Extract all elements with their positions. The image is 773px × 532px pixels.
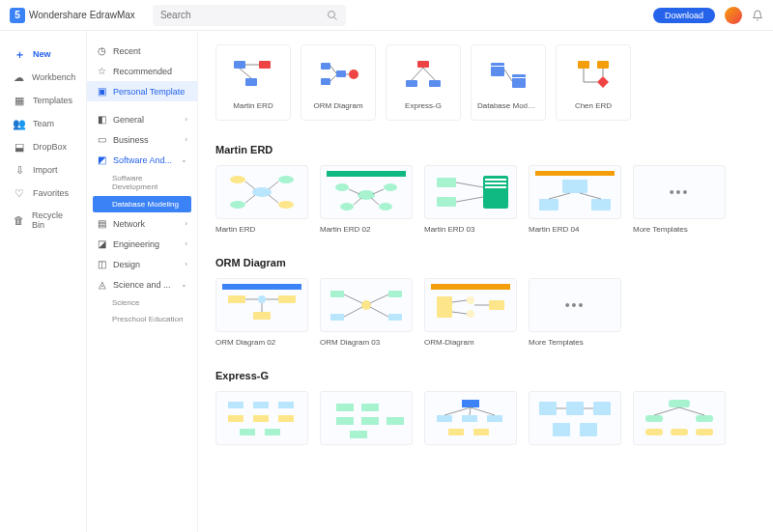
cat-card-orm[interactable]: ORM Diagram [301, 44, 376, 121]
avatar[interactable] [725, 7, 742, 24]
nav-sub-database-modeling[interactable]: Database Modeling [93, 196, 191, 212]
svg-rect-53 [437, 178, 456, 187]
nav-sub-science[interactable]: Science [87, 294, 197, 311]
nav-engineering[interactable]: ◪ Engineering › [87, 234, 197, 254]
nav-science[interactable]: ◬ Science and ... ⌄ [87, 274, 197, 294]
template-card-more[interactable]: ••• More Templates [633, 165, 726, 234]
template-card[interactable] [633, 391, 726, 451]
template-label: Martin ERD 02 [320, 225, 413, 234]
sidebar-item-import[interactable]: ⇩ Import [0, 158, 86, 182]
svg-rect-81 [437, 296, 452, 318]
svg-rect-91 [228, 415, 243, 422]
template-row-orm: ORM Diagram 02 ORM Diagram 03 ORM-Diagra… [215, 278, 756, 347]
svg-rect-64 [228, 295, 245, 303]
svg-rect-25 [597, 61, 609, 69]
svg-rect-120 [696, 415, 713, 422]
svg-rect-93 [278, 415, 294, 422]
download-button[interactable]: Download [653, 8, 715, 23]
template-thumb [215, 165, 308, 219]
template-card-more[interactable]: ••• More Templates [529, 278, 621, 347]
svg-rect-22 [512, 77, 526, 78]
svg-rect-74 [330, 314, 344, 321]
svg-rect-24 [578, 61, 589, 69]
template-card[interactable]: Martin ERD 04 [529, 165, 621, 234]
sidebar-item-team[interactable]: 👥 Team [0, 112, 86, 135]
svg-line-37 [245, 195, 255, 203]
svg-rect-95 [265, 429, 280, 435]
template-card[interactable] [215, 391, 308, 451]
nav-sub-software-dev[interactable]: Software Development [87, 170, 197, 195]
nav-general[interactable]: ◧ General › [87, 109, 197, 129]
svg-rect-122 [671, 429, 688, 435]
template-card[interactable]: ORM Diagram 03 [320, 278, 413, 347]
sidebar-item-new[interactable]: ＋ New [0, 42, 86, 66]
nav-label: Network [113, 219, 145, 229]
cat-card-express-g[interactable]: Express-G [386, 44, 461, 121]
svg-line-85 [452, 300, 467, 302]
svg-rect-105 [487, 415, 502, 422]
svg-rect-9 [336, 70, 346, 77]
category-cards-row: Martin ERD ORM Diagram Express-G Databas… [215, 44, 756, 121]
search-box[interactable] [153, 5, 346, 26]
svg-rect-104 [462, 415, 477, 422]
nav-business[interactable]: ▭ Business › [87, 129, 197, 150]
nav-personal-template[interactable]: ▣ Personal Template [87, 81, 197, 101]
template-card[interactable]: Martin ERD [215, 165, 308, 234]
sidebar-item-templates[interactable]: ▦ Templates [0, 89, 86, 112]
svg-rect-52 [485, 186, 506, 188]
template-thumb [424, 278, 517, 332]
nav-sub-preschool[interactable]: Preschool Education [87, 311, 197, 327]
svg-line-17 [412, 68, 423, 80]
template-card[interactable]: ORM-Diagram [424, 278, 517, 347]
cat-card-chen-erd[interactable]: Chen ERD [556, 44, 631, 121]
science-icon: ◬ [97, 279, 107, 290]
cat-card-dbmodel[interactable]: Database Model Di... [471, 44, 546, 121]
template-thumb [215, 391, 308, 445]
logo-icon: 5 [10, 8, 25, 23]
svg-line-35 [245, 182, 255, 189]
svg-rect-100 [386, 417, 404, 425]
template-card[interactable] [424, 391, 517, 451]
nav-design[interactable]: ◫ Design › [87, 254, 197, 274]
template-thumb [633, 391, 726, 445]
app-logo[interactable]: 5 Wondershare EdrawMax [10, 8, 135, 23]
sidebar-item-recycle-bin[interactable]: 🗑 Recycle Bin [0, 205, 86, 236]
svg-rect-113 [593, 402, 611, 415]
search-icon[interactable] [327, 10, 338, 21]
nav-software[interactable]: ◩ Software And... ⌄ [87, 150, 197, 170]
template-card[interactable]: Martin ERD 02 [320, 165, 413, 234]
section-title-martin-erd: Martin ERD [215, 144, 756, 155]
design-icon: ◫ [97, 259, 107, 269]
svg-line-56 [456, 197, 483, 202]
sidebar-item-favorites[interactable]: ♡ Favorites [0, 182, 86, 205]
svg-rect-97 [361, 404, 379, 411]
nav-network[interactable]: ▤ Network › [87, 213, 197, 234]
search-input[interactable] [160, 10, 327, 20]
folder-icon: ▣ [97, 86, 107, 97]
nav-recent[interactable]: ◷ Recent [87, 41, 197, 61]
svg-rect-49 [483, 176, 508, 209]
svg-point-32 [278, 176, 294, 183]
sidebar-item-label: Favorites [33, 188, 69, 198]
nav-label: Engineering [113, 239, 159, 249]
cat-label: Database Model Di... [477, 101, 539, 110]
template-card[interactable]: ORM Diagram 02 [215, 278, 308, 347]
sidebar-item-workbench[interactable]: ☁ Workbench [0, 66, 86, 89]
template-card[interactable]: Martin ERD 03 [424, 165, 517, 234]
template-card[interactable] [529, 391, 621, 451]
svg-line-78 [344, 307, 362, 317]
software-icon: ◩ [97, 154, 107, 165]
svg-point-83 [467, 310, 474, 318]
template-thumb [529, 165, 621, 219]
chevron-right-icon: › [185, 260, 187, 268]
cat-card-martin-erd[interactable]: Martin ERD [215, 44, 291, 121]
svg-rect-114 [553, 423, 570, 436]
cat-thumb [230, 55, 276, 94]
notifications-icon[interactable] [752, 10, 763, 21]
svg-line-23 [504, 70, 512, 81]
sidebar-item-dropbox[interactable]: ⬓ DropBox [0, 135, 86, 158]
nav-recommended[interactable]: ☆ Recommended [87, 61, 197, 81]
svg-line-38 [269, 195, 278, 203]
nav-label: Software And... [113, 155, 172, 165]
template-card[interactable] [320, 391, 413, 451]
